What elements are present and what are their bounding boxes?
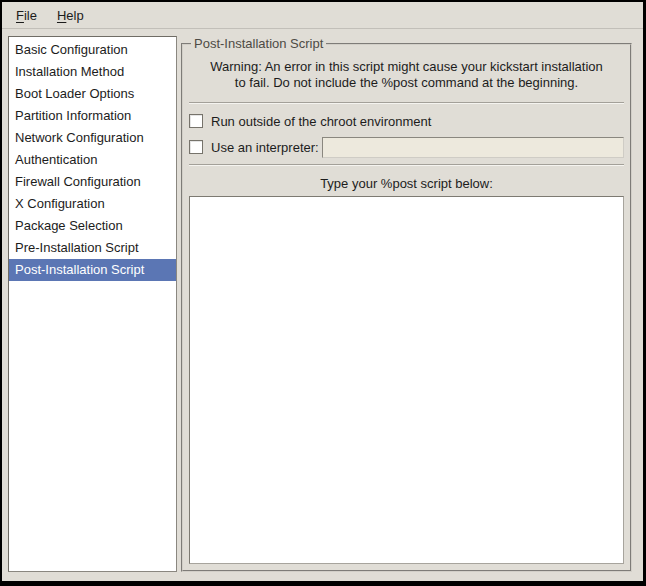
script-area-label: Type your %post script below:: [189, 176, 624, 191]
warning-line-1: Warning: An error in this script might c…: [189, 59, 624, 75]
separator: [189, 102, 624, 104]
menu-file[interactable]: File: [6, 4, 47, 27]
interpreter-input[interactable]: [322, 137, 624, 158]
frame-title: Post-Installation Script: [191, 36, 326, 51]
warning-line-2: to fail. Do not include the %post comman…: [189, 75, 624, 91]
sidebar-item-installation-method[interactable]: Installation Method: [9, 61, 176, 83]
use-interpreter-label: Use an interpreter:: [211, 140, 319, 155]
sidebar-item-package-selection[interactable]: Package Selection: [9, 215, 176, 237]
use-interpreter-checkbox[interactable]: [189, 140, 203, 154]
sidebar-item-boot-loader-options[interactable]: Boot Loader Options: [9, 83, 176, 105]
sidebar-item-partition-information[interactable]: Partition Information: [9, 105, 176, 127]
sidebar-item-pre-installation-script[interactable]: Pre-Installation Script: [9, 237, 176, 259]
sidebar-item-authentication[interactable]: Authentication: [9, 149, 176, 171]
menubar: File Help: [2, 2, 643, 29]
frame-body: Warning: An error in this script might c…: [189, 53, 624, 564]
sidebar-item-post-installation-script[interactable]: Post-Installation Script: [9, 259, 176, 281]
section-list: Basic Configuration Installation Method …: [8, 36, 177, 572]
run-outside-chroot-row[interactable]: Run outside of the chroot environment: [189, 109, 624, 133]
sidebar-item-basic-configuration[interactable]: Basic Configuration: [9, 39, 176, 61]
main-content: Basic Configuration Installation Method …: [2, 29, 643, 581]
sidebar-item-network-configuration[interactable]: Network Configuration: [9, 127, 176, 149]
separator: [189, 164, 624, 166]
menu-help[interactable]: Help: [47, 4, 94, 27]
sidebar-item-x-configuration[interactable]: X Configuration: [9, 193, 176, 215]
use-interpreter-row: Use an interpreter:: [189, 135, 624, 159]
warning-text: Warning: An error in this script might c…: [189, 59, 624, 91]
post-installation-script-frame: Post-Installation Script Warning: An err…: [181, 36, 632, 572]
kickstart-configurator-window: File Help Basic Configuration Installati…: [0, 0, 646, 586]
run-outside-chroot-label: Run outside of the chroot environment: [211, 114, 431, 129]
post-script-textarea[interactable]: [189, 196, 624, 564]
sidebar-item-firewall-configuration[interactable]: Firewall Configuration: [9, 171, 176, 193]
run-outside-chroot-checkbox[interactable]: [189, 114, 203, 128]
